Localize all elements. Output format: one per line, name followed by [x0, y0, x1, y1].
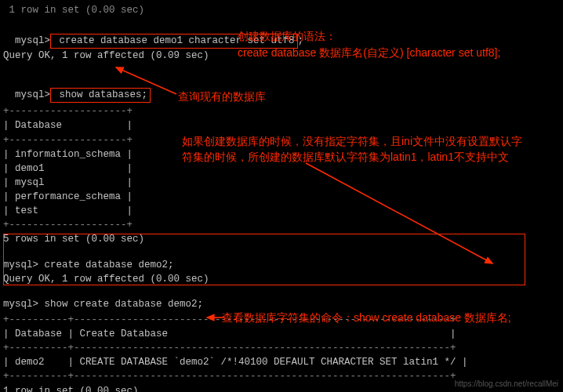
table-row: | mysql | [3, 176, 563, 190]
highlight-show-databases: show databases; [50, 88, 151, 103]
table-header: | Database | Create Database | [3, 327, 563, 341]
annotation-latin1-l1: 如果创建数据库的时候，没有指定字符集，且ini文件中没有设置默认字 [182, 133, 522, 150]
annotation-create-syntax-body: create database 数据库名(自定义) [character set… [238, 45, 500, 61]
table-border: +--------------------+ [3, 104, 563, 118]
prompt: mysql> [15, 89, 50, 100]
cmd-show-databases: mysql> show databases; [3, 74, 563, 103]
table-row: | test | [3, 204, 563, 218]
table-row: | demo2 | CREATE DATABASE `demo2` /*!401… [3, 355, 563, 369]
table-header: | Database | [3, 118, 563, 132]
residual-line: 1 row in set (0.00 sec) [3, 3, 563, 17]
annotation-query-existing: 查询现有的数据库 [178, 89, 266, 105]
annotation-show-create-cmd: 查看数据库字符集的命令：show create database 数据库名; [222, 310, 511, 326]
watermark: https://blog.csdn.net/recallMei [455, 379, 558, 390]
prompt: mysql> [15, 35, 50, 46]
table-row: | performance_schema | [3, 190, 563, 204]
annotation-create-syntax-title: 创建数据库的语法： [238, 28, 336, 45]
table-border: +--------------------+ [3, 218, 563, 232]
highlight-block-demo2 [3, 234, 525, 285]
table-border: +----------+----------------------------… [3, 341, 563, 355]
annotation-latin1-l2: 符集的时候，所创建的数据库默认字符集为latin1，latin1不支持中文 [182, 149, 509, 165]
